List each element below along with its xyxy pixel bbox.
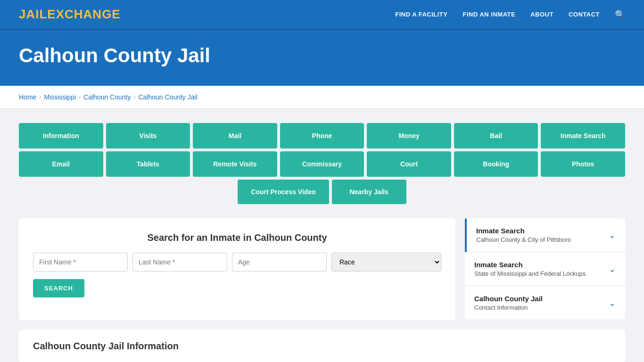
search-icon[interactable]: 🔍	[615, 9, 625, 20]
breadcrumb-sep-1: ›	[39, 94, 41, 100]
age-input[interactable]	[232, 253, 327, 272]
breadcrumb: Home › Mississippi › Calhoun County › Ca…	[19, 93, 625, 101]
btn-photos[interactable]: Photos	[541, 151, 625, 177]
nav-find-inmate[interactable]: FIND AN INMATE	[462, 11, 515, 18]
nav-contact[interactable]: CONTACT	[569, 11, 600, 18]
sidebar-card-2-title: Calhoun County Jail	[474, 295, 543, 303]
sidebar-card-1-subtitle: State of Mississippi and Federal Lockups	[474, 270, 586, 277]
breadcrumb-sep-3: ›	[133, 94, 135, 100]
page-title: Calhoun County Jail	[19, 44, 625, 67]
sidebar-card-1[interactable]: Inmate Search State of Mississippi and F…	[465, 252, 625, 286]
site-logo[interactable]: JAILEXCHANGE	[19, 7, 121, 22]
hero-section: Calhoun County Jail	[0, 30, 644, 86]
btn-bail[interactable]: Bail	[454, 123, 538, 148]
button-row-2: Email Tablets Remote Visits Commissary C…	[19, 151, 625, 177]
btn-inmate-search[interactable]: Inmate Search	[541, 123, 625, 148]
sidebar-card-0-subtitle: Calhoun County & City of Pittsboro	[476, 236, 571, 243]
btn-phone[interactable]: Phone	[280, 123, 364, 148]
nav-find-facility[interactable]: FIND A FACILITY	[395, 11, 447, 18]
search-submit-button[interactable]: SEARCH	[33, 279, 84, 297]
search-fields: Race	[33, 253, 441, 272]
chevron-down-icon-0: ⌄	[609, 230, 616, 240]
breadcrumb-county[interactable]: Calhoun County	[83, 93, 131, 101]
sidebar-card-1-title: Inmate Search	[474, 261, 586, 269]
btn-visits[interactable]: Visits	[106, 123, 190, 148]
btn-tablets[interactable]: Tablets	[106, 151, 190, 177]
search-panel-title: Search for an Inmate in Calhoun County	[33, 232, 441, 243]
main-content: Information Visits Mail Phone Money Bail…	[0, 109, 644, 362]
main-nav: FIND A FACILITY FIND AN INMATE ABOUT CON…	[395, 9, 625, 20]
info-section-title: Calhoun County Jail Information	[33, 341, 611, 352]
btn-court-process-video[interactable]: Court Process Video	[238, 180, 329, 204]
logo-exchange: EXCHANGE	[47, 7, 120, 21]
breadcrumb-home[interactable]: Home	[19, 93, 36, 101]
sidebar-card-2[interactable]: Calhoun County Jail Contact Information …	[465, 286, 625, 320]
btn-money[interactable]: Money	[367, 123, 451, 148]
sidebar-card-2-text: Calhoun County Jail Contact Information	[474, 295, 543, 311]
sidebar-card-2-subtitle: Contact Information	[474, 304, 543, 311]
sidebar-card-0-title: Inmate Search	[476, 227, 571, 235]
first-name-input[interactable]	[33, 253, 128, 272]
sidebar-card-0[interactable]: Inmate Search Calhoun County & City of P…	[465, 218, 625, 252]
nav-about[interactable]: ABOUT	[530, 11, 553, 18]
btn-commissary[interactable]: Commissary	[280, 151, 364, 177]
content-columns: Search for an Inmate in Calhoun County R…	[19, 218, 625, 320]
btn-mail[interactable]: Mail	[193, 123, 277, 148]
breadcrumb-sep-2: ›	[79, 94, 81, 100]
site-header: JAILEXCHANGE FIND A FACILITY FIND AN INM…	[0, 0, 644, 30]
sidebar-card-0-text: Inmate Search Calhoun County & City of P…	[476, 227, 571, 243]
inmate-search-panel: Search for an Inmate in Calhoun County R…	[19, 218, 455, 320]
breadcrumb-current: Calhoun County Jail	[138, 93, 197, 101]
btn-booking[interactable]: Booking	[454, 151, 538, 177]
race-select[interactable]: Race	[331, 253, 441, 272]
chevron-down-icon-1: ⌄	[609, 264, 616, 274]
btn-nearby-jails[interactable]: Nearby Jails	[332, 180, 406, 204]
btn-remote-visits[interactable]: Remote Visits	[193, 151, 277, 177]
breadcrumb-state[interactable]: Mississippi	[44, 93, 76, 101]
btn-email[interactable]: Email	[19, 151, 103, 177]
sidebar: Inmate Search Calhoun County & City of P…	[465, 218, 625, 320]
btn-information[interactable]: Information	[19, 123, 103, 148]
chevron-down-icon-2: ⌄	[609, 298, 616, 308]
sidebar-card-1-text: Inmate Search State of Mississippi and F…	[474, 261, 586, 277]
breadcrumb-bar: Home › Mississippi › Calhoun County › Ca…	[0, 86, 644, 109]
last-name-input[interactable]	[132, 253, 227, 272]
info-section: Calhoun County Jail Information	[19, 329, 625, 362]
logo-jail: JAIL	[19, 7, 47, 21]
button-row-1: Information Visits Mail Phone Money Bail…	[19, 123, 625, 148]
btn-court[interactable]: Court	[367, 151, 451, 177]
button-row-3: Court Process Video Nearby Jails	[19, 180, 625, 204]
